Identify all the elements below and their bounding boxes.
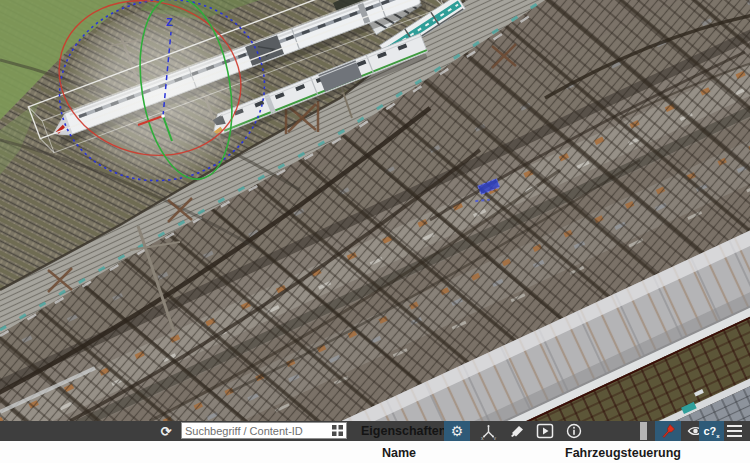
eep-editor-window: Z ⟳ Eigenschaften ⚙	[0, 0, 750, 463]
uncouple-label: c?	[703, 426, 716, 437]
run-mode-button[interactable]	[532, 421, 558, 441]
properties-panel-header: Name Fahrzeugsteuerung	[0, 441, 750, 463]
column-header-fahrzeugsteuerung: Fahrzeugsteuerung	[565, 446, 681, 460]
axes-tool-button[interactable]: x y	[475, 421, 501, 441]
gizmo-axis-label: Z	[166, 16, 173, 28]
properties-gear-tab[interactable]: ⚙	[444, 421, 470, 441]
search-input[interactable]	[182, 425, 332, 437]
gizmo-center	[161, 114, 165, 118]
eraser-tool-button[interactable]	[504, 421, 530, 441]
info-icon	[565, 422, 583, 440]
uncouple-sub-label: x	[716, 433, 719, 439]
info-button[interactable]	[560, 421, 587, 441]
uncouple-button[interactable]: c? x	[699, 421, 724, 441]
properties-tab-label: Eigenschaften	[361, 421, 445, 441]
hamburger-icon	[727, 425, 742, 428]
gizmo-sphere	[62, 10, 258, 194]
axes-icon: x y	[480, 423, 497, 440]
pin-panel-button[interactable]	[655, 421, 681, 441]
catalog-grid-icon[interactable]	[332, 425, 343, 436]
refresh-button[interactable]: ⟳	[155, 421, 177, 441]
play-icon	[536, 423, 554, 439]
hamburger-menu-button[interactable]	[724, 421, 745, 441]
gear-icon: ⚙	[451, 423, 464, 439]
svg-text:y: y	[493, 434, 496, 440]
eraser-icon	[509, 423, 526, 440]
toolbar-separator	[640, 422, 647, 440]
column-header-name: Name	[382, 446, 416, 460]
main-toolbar: ⟳ Eigenschaften ⚙	[0, 421, 750, 441]
viewport-3d-scene[interactable]: Z	[0, 0, 750, 421]
search-box[interactable]	[181, 422, 347, 439]
pushpin-icon	[660, 423, 676, 439]
